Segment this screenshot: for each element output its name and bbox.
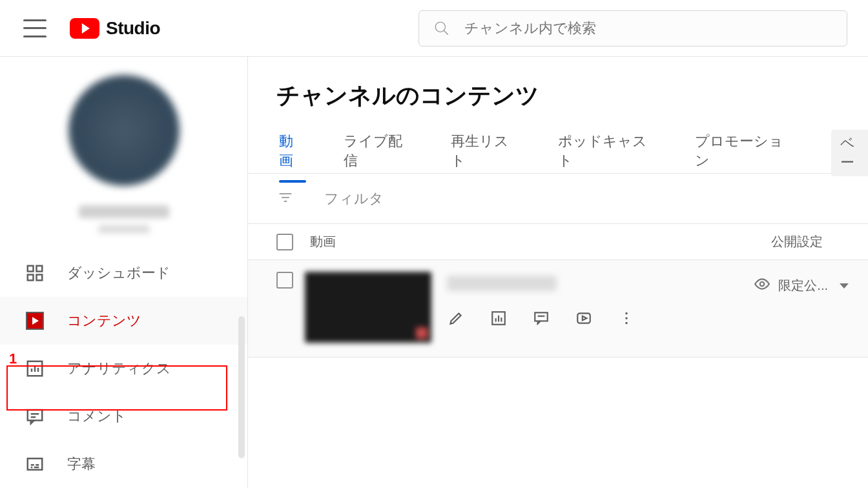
sidebar: ダッシュボード コンテンツ アナリティクス コメント [0,57,248,488]
sidebar-item-label: アナリティクス [67,359,171,378]
search-wrap [418,10,847,46]
tab-live[interactable]: ライブ配信 [344,132,413,182]
sidebar-scrollbar[interactable] [238,316,245,458]
sidebar-item-subtitles[interactable]: 字幕 [0,440,247,488]
subtitles-icon [25,454,45,474]
tab-promotions[interactable]: プロモーション [695,132,794,182]
youtube-play-icon [70,18,99,39]
search-input[interactable] [464,20,832,37]
page-title: チャンネルのコンテンツ [248,57,868,112]
annotation-number-1: 1 [9,351,17,367]
video-thumbnail[interactable] [305,272,431,343]
sidebar-item-label: 字幕 [67,454,96,474]
analytics-icon[interactable] [490,309,508,327]
topbar: Studio [0,0,868,57]
row-checkbox[interactable] [276,272,293,289]
svg-point-30 [625,317,627,319]
column-header-video: 動画 [310,233,336,250]
tab-videos[interactable]: 動画 [279,132,306,182]
more-options-icon[interactable] [617,309,636,327]
tab-playlists[interactable]: 再生リスト [451,132,521,182]
channel-sub-blur [98,225,150,234]
column-header-visibility: 公開設定 [771,233,868,250]
sidebar-item-content[interactable]: コンテンツ [0,297,247,345]
hamburger-menu-button[interactable] [23,19,46,37]
filter-icon[interactable] [276,188,294,209]
svg-point-31 [625,322,627,324]
comments-icon[interactable] [532,309,550,327]
svg-line-1 [444,30,448,35]
sidebar-item-analytics[interactable]: アナリティクス [0,345,247,392]
video-title-blur [447,276,557,291]
visibility-eye-icon [754,276,770,296]
svg-point-0 [435,22,445,32]
svg-point-32 [760,282,765,287]
edit-icon[interactable] [447,309,465,327]
tab-extra[interactable]: ベー [831,130,868,176]
svg-marker-28 [583,316,587,321]
search-icon [433,20,450,37]
sidebar-item-label: ダッシュボード [67,263,170,283]
svg-rect-5 [37,275,43,281]
analytics-icon [25,358,45,379]
channel-card [0,57,247,234]
chevron-down-icon [840,283,849,289]
table-header-row: 動画 公開設定 [248,224,868,260]
video-meta [447,272,636,327]
sidebar-nav: ダッシュボード コンテンツ アナリティクス コメント [0,249,247,488]
logo[interactable]: Studio [70,18,160,39]
row-visibility-cell[interactable]: 限定公... [754,276,849,296]
table-row[interactable]: 限定公... [248,260,868,358]
search-box[interactable] [418,10,847,46]
svg-rect-2 [28,266,34,272]
sidebar-item-label: コンテンツ [67,311,141,330]
sidebar-item-label: コメント [67,407,127,426]
sidebar-item-comments[interactable]: コメント [0,392,247,440]
select-all-checkbox[interactable] [276,234,293,250]
filter-label[interactable]: フィルタ [324,189,384,208]
watch-on-youtube-icon[interactable] [575,309,593,327]
svg-rect-27 [577,313,590,323]
svg-rect-10 [28,410,43,420]
content-icon [25,310,45,331]
svg-rect-4 [28,275,34,281]
comments-icon [25,406,45,427]
tab-podcasts[interactable]: ポッドキャスト [558,132,657,182]
logo-text: Studio [106,18,160,39]
svg-rect-3 [37,266,43,272]
row-visibility-label: 限定公... [778,277,828,294]
channel-name-blur [79,205,169,218]
sidebar-item-dashboard[interactable]: ダッシュボード [0,249,247,297]
tabs: 動画 ライブ配信 再生リスト ポッドキャスト プロモーション ベー [248,112,868,174]
avatar[interactable] [68,75,180,186]
main: チャンネルのコンテンツ 動画 ライブ配信 再生リスト ポッドキャスト プロモーシ… [248,57,868,488]
svg-rect-25 [535,312,548,321]
svg-point-29 [625,312,627,314]
video-row-actions [447,309,636,327]
dashboard-icon [25,263,45,283]
